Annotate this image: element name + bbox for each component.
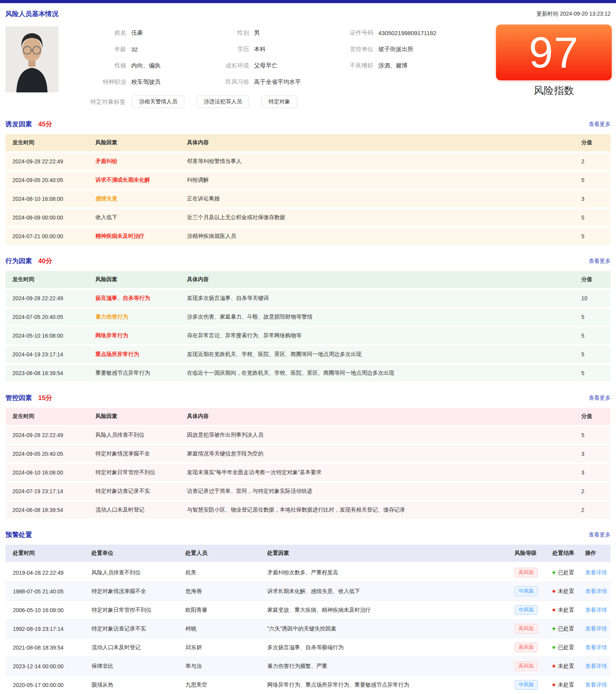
section-title-row: 预警处置 查看更多: [5, 530, 611, 539]
row-factor: “六失”诱因中的关键失控因素: [267, 625, 515, 632]
row-content: 存在异常言论、异常搜索行为、异常网络购物等: [187, 332, 581, 339]
section-title-row: 诱发因素 45分 查看更多: [5, 120, 611, 129]
table-header-row: 发生时间 风险因素 具体内容 分值: [5, 408, 611, 427]
table-row: 2024-08-10 16:08:00 感情失意 正在诉讼离婚 3: [5, 190, 611, 209]
col-header-factor: 处置因素: [267, 550, 515, 557]
risk-score-label: 风险指数: [496, 84, 612, 97]
row-factor: 诉求不满或长期未化解: [95, 177, 187, 184]
view-more-link[interactable]: 查看更多: [589, 121, 611, 128]
row-person: 邱东妍: [185, 644, 267, 651]
row-factor: 精神疾病未及时治疗: [95, 233, 187, 240]
page-header: 风险人员基本情况 更新时间 2024-09-20 13:23:12: [5, 3, 611, 22]
col-header-factor: 风险因素: [95, 139, 187, 146]
row-unit: 特定对象访查记录不实: [92, 625, 185, 632]
view-detail-link[interactable]: 查看详情: [585, 569, 611, 576]
row-score: 10: [581, 295, 611, 301]
row-score: 5: [581, 333, 611, 339]
risk-level-badge: 高风险: [515, 661, 538, 671]
profile-field: 民风习俗 高于全省平均水平: [192, 74, 313, 90]
row-time: 2021-08-08 18:39:54: [13, 644, 92, 651]
field-label: 姓名: [64, 29, 126, 37]
profile-field: 姓名 伍豪: [64, 25, 192, 41]
risk-level-badge: 高风险: [515, 624, 538, 634]
field-label: 民风习俗: [192, 78, 249, 86]
col-header-person: 处置人员: [185, 550, 267, 557]
view-more-link[interactable]: 查看更多: [589, 395, 611, 402]
page-title: 风险人员基本情况: [5, 9, 58, 18]
status-badge: 未处置: [552, 607, 585, 614]
row-person: 九思美空: [185, 682, 267, 689]
disposal-row: 2019-04-28 22:22:49 风险人员排查不到位 杭美 矛盾纠纷次数多…: [5, 563, 611, 582]
view-detail-link[interactable]: 查看详情: [585, 607, 611, 614]
row-time: 1992-08-19 23:17:14: [13, 626, 92, 632]
disposal-row: 2023-12-14 00:00:00 保律非比 率与洽 暴力伤害行为频繁、严重…: [5, 657, 611, 676]
row-person: 欧阳青馨: [185, 607, 267, 614]
row-time: 2024-08-09 00:00:00: [12, 214, 95, 221]
view-more-link[interactable]: 查看更多: [589, 531, 611, 538]
row-factor: 扬言滋事、自杀等行为: [95, 295, 187, 302]
row-score: 2: [581, 488, 611, 494]
row-content: 纠纷调解: [187, 177, 581, 184]
field-label: 证件号码: [313, 29, 373, 37]
field-value: 男: [254, 29, 260, 37]
disposal-row: 2020-05-17 00:00:00 眼须从热 九思美空 网络异常行为、重点场…: [5, 676, 611, 694]
row-content: 访查记录过于简单、雷同，与特定对象实际活动轨迹: [187, 488, 581, 495]
col-header-score: 分值: [581, 413, 611, 420]
view-detail-link[interactable]: 查看详情: [585, 644, 611, 651]
risk-level-badge: 中风险: [515, 605, 538, 615]
row-content: 在临近十一国庆期间，在党政机关、学校、医院、景区、商圈等同一地点周边多次出现: [187, 370, 581, 377]
row-time: 2023-08-08 18:39:54: [12, 370, 95, 376]
row-unit: 风险人员排查不到位: [92, 569, 185, 576]
table-row: 2024-09-28 22:22:49 矛盾纠纷 邻里等纠纷警情当事人 2: [5, 153, 611, 172]
view-detail-link[interactable]: 查看详情: [585, 682, 611, 689]
row-factor: 特定对象日常管控不到位: [95, 469, 187, 476]
row-content: 近三个月及以上无公积金或社保缴存数据: [187, 214, 581, 221]
view-detail-link[interactable]: 查看详情: [585, 663, 611, 670]
row-content: 邻里等纠纷警情当事人: [187, 158, 581, 165]
view-detail-link[interactable]: 查看详情: [585, 588, 611, 595]
row-time: 2024-09-05 20:40:05: [12, 177, 95, 183]
control-factors-table: 发生时间 风险因素 具体内容 分值 2024-09-28 22:22:49 风险…: [5, 408, 611, 520]
table-row: 2024-07-19 23:17:14 特定对象访查记录不实 访查记录过于简单、…: [5, 483, 611, 501]
row-unit: 特定对象情况掌握不全: [92, 588, 185, 595]
profile-column-2: 性别 男 学历 本科 成长环境 父母早亡 民风习俗: [192, 25, 313, 90]
inducing-factors-table: 发生时间 风险因素 具体内容 分值 2024-09-28 22:22:49 矛盾…: [5, 134, 611, 246]
row-factor: 流动人口未及时登记: [95, 506, 187, 513]
risk-level-cell: 高风险: [515, 568, 552, 577]
row-person: 杭美: [185, 569, 267, 576]
col-header-content: 具体内容: [187, 276, 581, 283]
section-title: 行为因素: [5, 257, 32, 266]
row-unit: 保律非比: [92, 663, 185, 670]
field-value: 坡子街派出所: [378, 46, 413, 53]
row-time: 2024-09-28 22:22:49: [12, 158, 95, 165]
row-score: 2: [581, 158, 611, 165]
row-time: 2019-04-28 22:22:49: [13, 570, 92, 576]
table-header-row: 发生时间 风险因素 具体内容 分值: [5, 134, 611, 153]
risk-level-cell: 高风险: [515, 624, 552, 634]
table-row: 2023-08-08 18:39:54 重要敏感节点异常行为 在临近十一国庆期间…: [5, 365, 611, 383]
row-factor: 矛盾纠纷次数多、严重程度高: [267, 569, 515, 576]
field-label: 年龄: [64, 46, 126, 53]
row-factor: 风险人员排查不到位: [95, 432, 187, 439]
section-title: 诱发因素: [5, 120, 32, 129]
row-score: 5: [581, 177, 611, 183]
disposal-row: 2006-05-10 16:08:00 特定对象日常管控不到位 欧阳青馨 家庭变…: [5, 601, 611, 620]
row-time: 2006-05-10 16:08:00: [13, 607, 92, 613]
row-time: 2024-07-19 23:17:14: [12, 488, 95, 494]
row-score: 3: [581, 469, 611, 476]
table-row: 2024-08-09 00:00:00 收入低下 近三个月及以上无公积金或社保缴…: [5, 209, 611, 228]
status-badge: 未处置: [552, 663, 585, 670]
field-label: 成长环境: [192, 62, 249, 69]
disposal-row: 2021-08-08 18:39:54 流动人口未及时登记 邱东妍 多次扬言滋事…: [5, 638, 611, 657]
view-more-link[interactable]: 查看更多: [589, 258, 611, 265]
special-object-tag: 涉相关警情人员: [132, 96, 184, 108]
profile-section: 姓名 伍豪 年龄 32 性格 内向、偏执 特种职业: [5, 25, 611, 110]
row-factor: 暴力伤害行为频繁、严重: [267, 663, 515, 670]
field-value: 32: [131, 46, 138, 53]
col-header-time: 发生时间: [12, 139, 95, 146]
view-detail-link[interactable]: 查看详情: [585, 625, 611, 632]
section-warning-disposal: 预警处置 查看更多 处置时间 处置单位 处置人员 处置因素 风险等级 处置结果 …: [5, 530, 611, 694]
row-content: 与智慧安防小区、物业登记居住数据，本地社保数据进行比对，发现有相关登记、缴存记录: [187, 506, 581, 513]
disposal-row: 1992-08-19 23:17:14 特定对象访查记录不实 柯晓 “六失”诱因…: [5, 620, 611, 638]
row-score: 5: [581, 233, 611, 239]
